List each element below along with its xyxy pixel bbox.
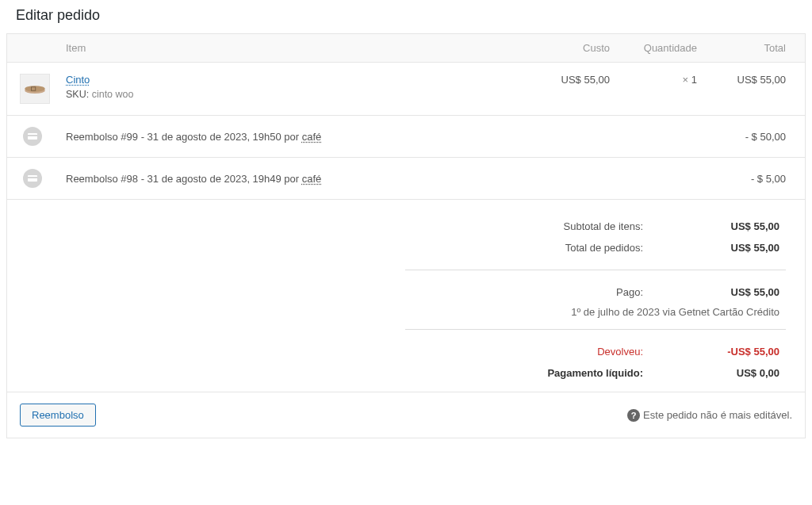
refund-description: Reembolso #99 - 31 de agosto de 2023, 19… (66, 131, 302, 143)
svg-rect-4 (28, 135, 37, 136)
col-header-qty: Quantidade (610, 42, 697, 54)
not-editable-notice: Este pedido não é mais editável. (643, 409, 792, 421)
sku-label: SKU: (66, 89, 89, 100)
refunded-value: US$ 55,00 (675, 346, 786, 358)
order-total-value: US$ 55,00 (675, 242, 786, 254)
items-table-header: Item Custo Quantidade Total (7, 34, 805, 63)
refund-author-link[interactable]: café (302, 173, 322, 185)
refund-icon (23, 169, 42, 188)
refunded-label: Devolveu: (405, 346, 675, 358)
net-label: Pagamento líquido: (405, 367, 675, 379)
order-items-panel: Item Custo Quantidade Total Cinto SKU: c… (6, 33, 806, 438)
order-line-item: Cinto SKU: cinto woo US$ 55,00 × 1 US$ 5… (7, 63, 805, 116)
svg-rect-6 (28, 177, 37, 178)
page-title: Editar pedido (0, 0, 812, 33)
subtotal-value: US$ 55,00 (675, 220, 786, 232)
refund-description: Reembolso #98 - 31 de agosto de 2023, 19… (66, 173, 302, 185)
help-icon[interactable]: ? (627, 409, 640, 422)
refund-icon (23, 127, 42, 146)
subtotal-label: Subtotal de itens: (405, 220, 675, 232)
sku-value: cinto woo (92, 89, 134, 100)
divider (405, 329, 786, 330)
footer-bar: Reembolso ? Este pedido não é mais editá… (7, 392, 805, 438)
paid-via-text: 1º de julho de 2023 via Getnet Cartão Cr… (405, 306, 786, 318)
col-header-item: Item (66, 42, 523, 54)
refund-button[interactable]: Reembolso (20, 404, 96, 427)
product-thumbnail[interactable] (20, 74, 50, 104)
qty-prefix: × (683, 74, 689, 86)
order-total-label: Total de pedidos: (405, 242, 675, 254)
col-header-total: Total (697, 42, 792, 54)
refund-amount: - $ 5,00 (673, 173, 792, 185)
divider (405, 270, 786, 270)
net-value: US$ 0,00 (675, 367, 786, 379)
totals-block: Subtotal de itens: US$ 55,00 Total de pe… (7, 200, 805, 392)
paid-value: US$ 55,00 (675, 286, 786, 298)
refund-row: Reembolso #99 - 31 de agosto de 2023, 19… (7, 116, 805, 158)
refund-amount: - $ 50,00 (673, 131, 792, 143)
line-total: US$ 55,00 (697, 74, 792, 86)
refund-author-link[interactable]: café (302, 131, 322, 143)
belt-icon (23, 81, 47, 97)
line-qty: 1 (691, 74, 697, 86)
col-header-cost: Custo (523, 42, 610, 54)
product-link[interactable]: Cinto (66, 74, 90, 86)
refund-row: Reembolso #98 - 31 de agosto de 2023, 19… (7, 158, 805, 200)
paid-label: Pago: (405, 286, 675, 298)
line-cost: US$ 55,00 (523, 74, 610, 86)
